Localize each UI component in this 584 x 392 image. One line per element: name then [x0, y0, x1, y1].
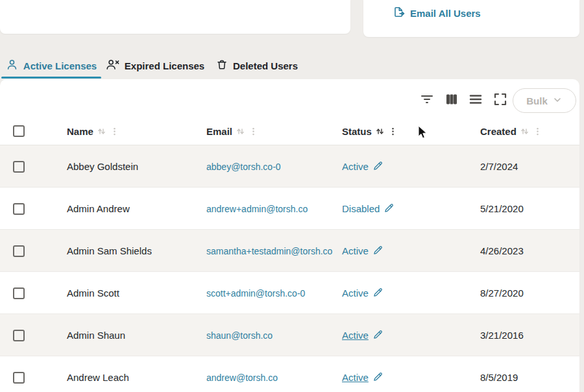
cell-created: 4/26/2023 — [480, 230, 524, 272]
cell-name: Abbey Goldstein — [67, 145, 138, 188]
pencil-edit-icon[interactable] — [372, 160, 383, 173]
pencil-edit-icon[interactable] — [372, 371, 383, 384]
cell-created: 3/21/2016 — [480, 314, 524, 356]
cell-status: Active — [342, 230, 383, 272]
column-label: Name — [67, 126, 93, 137]
select-all-checkbox[interactable] — [13, 125, 25, 137]
column-menu-icon[interactable] — [110, 126, 119, 137]
top-right-card: Email All Users — [363, 0, 579, 37]
cell-status: Active — [342, 314, 383, 356]
cell-name: Admin Sam Shields — [67, 230, 152, 272]
table-row[interactable]: Admin Shaun shaun@torsh.co Active 3/21/2… — [0, 314, 579, 356]
status-link[interactable]: Active — [342, 160, 383, 173]
email-link[interactable]: shaun@torsh.co — [206, 330, 273, 341]
filter-icon[interactable] — [419, 92, 435, 107]
column-label: Created — [480, 126, 517, 137]
pencil-edit-icon[interactable] — [372, 245, 383, 258]
cell-created: 5/21/2020 — [480, 188, 524, 230]
status-link[interactable]: Active — [342, 371, 383, 384]
cell-email: shaun@torsh.co — [206, 314, 273, 356]
tab-label: Active Licenses — [23, 60, 97, 71]
status-link[interactable]: Active — [342, 287, 383, 300]
cell-status: Active — [342, 272, 383, 314]
top-left-card — [0, 0, 350, 34]
pencil-edit-icon[interactable] — [372, 329, 383, 342]
cell-email: samantha+testadmin@torsh.co — [206, 230, 332, 272]
columns-icon[interactable] — [444, 92, 459, 107]
tab-label: Expired Licenses — [125, 60, 204, 71]
column-menu-icon[interactable] — [533, 126, 542, 137]
row-checkbox[interactable] — [13, 161, 25, 173]
tab-bar: Active Licenses Expired Licenses Deleted… — [0, 56, 584, 77]
row-checkbox[interactable] — [13, 288, 25, 299]
sort-icon[interactable] — [235, 126, 246, 137]
pencil-edit-icon[interactable] — [383, 202, 395, 215]
email-link[interactable]: andrew+admin@torsh.co — [206, 204, 308, 214]
row-checkbox[interactable] — [13, 372, 25, 384]
cell-created: 2/7/2024 — [480, 145, 518, 188]
cell-email: andrew@torsh.co — [206, 356, 278, 392]
tab-expired-licenses[interactable]: Expired Licenses — [103, 56, 208, 75]
column-label: Email — [206, 126, 232, 137]
cell-name: Andrew Leach — [67, 356, 129, 392]
table-row[interactable]: Admin Scott scott+admin@torsh.co-0 Activ… — [0, 272, 579, 314]
table-header-row: Name Email Status Created — [0, 117, 579, 145]
email-link[interactable]: scott+admin@torsh.co-0 — [206, 288, 305, 299]
bulk-actions-button[interactable]: Bulk — [513, 88, 576, 113]
cell-status: Disabled — [342, 188, 395, 230]
column-menu-icon[interactable] — [249, 126, 258, 137]
cell-name: Admin Andrew — [67, 188, 130, 230]
sort-icon[interactable] — [519, 126, 530, 137]
cell-email: scott+admin@torsh.co-0 — [206, 272, 305, 314]
email-all-users-label: Email All Users — [410, 8, 481, 19]
column-header-created[interactable]: Created — [480, 117, 542, 145]
column-header-name[interactable]: Name — [67, 117, 119, 145]
cell-created: 8/27/2020 — [480, 272, 524, 314]
column-header-email[interactable]: Email — [206, 117, 258, 145]
table-row[interactable]: Admin Sam Shields samantha+testadmin@tor… — [0, 230, 579, 272]
status-link[interactable]: Active — [342, 245, 383, 258]
chevron-down-icon — [552, 95, 563, 107]
status-link[interactable]: Active — [342, 329, 383, 342]
email-link[interactable]: andrew@torsh.co — [206, 373, 278, 383]
table-toolbar: Bulk — [0, 79, 579, 117]
bulk-button-label: Bulk — [526, 95, 548, 106]
cell-name: Admin Scott — [67, 272, 119, 314]
tab-label: Deleted Users — [233, 60, 298, 71]
sort-icon[interactable] — [96, 126, 107, 137]
density-icon[interactable] — [468, 92, 483, 107]
row-checkbox[interactable] — [13, 245, 25, 257]
table-row[interactable]: Andrew Leach andrew@torsh.co Active 8/5/… — [0, 356, 579, 392]
row-checkbox[interactable] — [13, 330, 25, 341]
table-row[interactable]: Admin Andrew andrew+admin@torsh.co Disab… — [0, 188, 579, 230]
email-link[interactable]: samantha+testadmin@torsh.co — [206, 246, 332, 256]
user-icon — [6, 58, 18, 73]
fullscreen-icon[interactable] — [493, 92, 508, 107]
row-checkbox[interactable] — [13, 203, 25, 215]
cell-created: 8/5/2019 — [480, 356, 518, 392]
cell-name: Admin Shaun — [67, 314, 125, 356]
cell-email: abbey@torsh.co-0 — [206, 145, 281, 188]
email-link[interactable]: abbey@torsh.co-0 — [206, 162, 281, 172]
tab-active-licenses[interactable]: Active Licenses — [1, 56, 101, 75]
cell-status: Active — [342, 145, 383, 188]
table-body: Abbey Goldstein abbey@torsh.co-0 Active … — [0, 145, 579, 392]
table-row[interactable]: Abbey Goldstein abbey@torsh.co-0 Active … — [0, 145, 579, 188]
email-export-icon — [393, 6, 405, 20]
column-menu-icon[interactable] — [388, 126, 398, 137]
column-label: Status — [342, 126, 372, 137]
pencil-edit-icon[interactable] — [372, 287, 383, 300]
tab-deleted-users[interactable]: Deleted Users — [210, 56, 304, 75]
users-table-card: Bulk Name Email Status Created — [0, 79, 579, 392]
user-x-icon — [106, 58, 119, 73]
column-header-status[interactable]: Status — [342, 117, 398, 145]
email-all-users-button[interactable]: Email All Users — [393, 6, 481, 20]
cell-status: Active — [342, 356, 383, 392]
trash-icon — [216, 58, 228, 73]
status-link[interactable]: Disabled — [342, 202, 395, 215]
cell-email: andrew+admin@torsh.co — [206, 188, 308, 230]
sort-icon[interactable] — [374, 126, 385, 137]
